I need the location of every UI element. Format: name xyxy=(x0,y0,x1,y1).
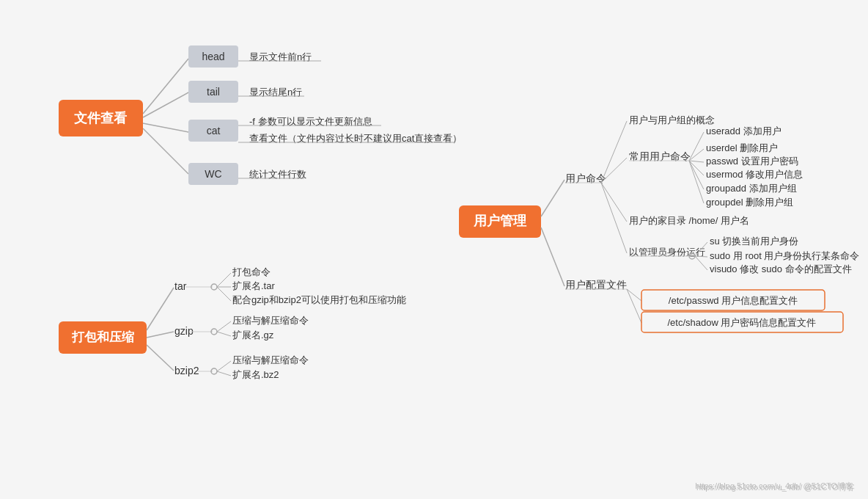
svg-text:用户的家目录 /home/  用户名: 用户的家目录 /home/ 用户名 xyxy=(629,215,749,226)
svg-text:/etc/shadow  用户密码信息配置文件: /etc/shadow 用户密码信息配置文件 xyxy=(668,317,817,328)
svg-text:useradd  添加用户: useradd 添加用户 xyxy=(706,125,781,136)
svg-text:压缩与解压缩命令: 压缩与解压缩命令 xyxy=(232,354,309,365)
svg-text:head: head xyxy=(202,51,224,62)
svg-text:bzip2: bzip2 xyxy=(174,365,199,376)
svg-text:打包和压缩: 打包和压缩 xyxy=(71,329,134,344)
svg-text:压缩与解压缩命令: 压缩与解压缩命令 xyxy=(232,315,309,326)
svg-text:su  切换当前用户身份: su 切换当前用户身份 xyxy=(710,236,798,247)
svg-text:扩展名.bz2: 扩展名.bz2 xyxy=(232,369,279,380)
svg-text:userdel  删除用户: userdel 删除用户 xyxy=(706,142,778,153)
svg-text:配合gzip和bzip2可以使用打包和压缩功能: 配合gzip和bzip2可以使用打包和压缩功能 xyxy=(232,294,406,305)
svg-rect-0 xyxy=(0,0,868,499)
svg-text:sudo  用  root  用户身份执行某条命令: sudo 用 root 用户身份执行某条命令 xyxy=(710,250,859,261)
svg-text:https://blog.51cto.com/u_4db/ : https://blog.51cto.com/u_4db/ @51CTO博客 xyxy=(696,483,855,492)
svg-text:groupdel  删除用户组: groupdel 删除用户组 xyxy=(706,197,793,208)
svg-text:WC: WC xyxy=(205,168,221,180)
svg-text:cat: cat xyxy=(207,125,221,136)
svg-text:usermod  修改用户信息: usermod 修改用户信息 xyxy=(706,169,803,180)
svg-text:visudo  修改 sudo 命令的配置文件: visudo 修改 sudo 命令的配置文件 xyxy=(710,263,852,274)
svg-text:打包命令: 打包命令 xyxy=(232,266,271,277)
svg-text:文件查看: 文件查看 xyxy=(74,111,128,125)
svg-text:用户管理: 用户管理 xyxy=(473,213,527,228)
svg-text:/etc/passwd  用户信息配置文件: /etc/passwd 用户信息配置文件 xyxy=(669,295,798,306)
svg-text:扩展名.gz: 扩展名.gz xyxy=(232,329,274,340)
svg-text:tar: tar xyxy=(174,280,187,292)
svg-text:用户与用户组的概念: 用户与用户组的概念 xyxy=(629,114,715,125)
svg-text:passwd  设置用户密码: passwd 设置用户密码 xyxy=(706,156,798,167)
svg-text:groupadd  添加用户组: groupadd 添加用户组 xyxy=(706,183,797,194)
svg-text:gzip: gzip xyxy=(174,325,194,337)
svg-text:扩展名.tar: 扩展名.tar xyxy=(232,280,275,291)
svg-text:tail: tail xyxy=(207,86,220,98)
